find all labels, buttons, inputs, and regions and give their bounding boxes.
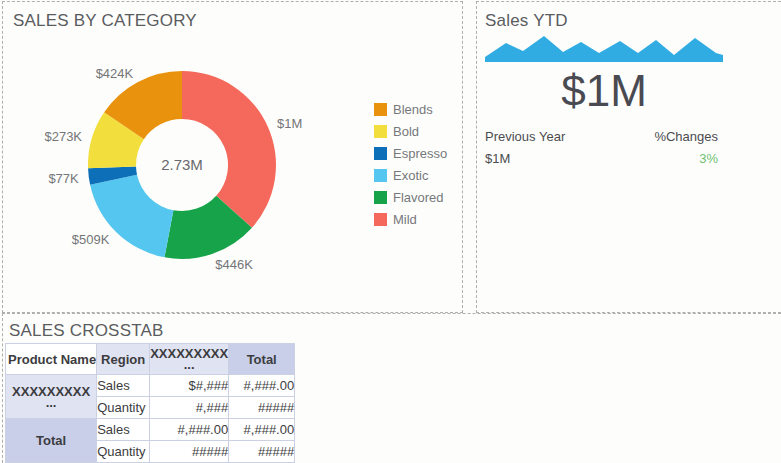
measure-label: Quantity <box>97 441 150 463</box>
sales-ytd-title: Sales YTD <box>485 11 568 31</box>
cell-total-quantity: ##### <box>229 397 295 419</box>
donut-slice-mild[interactable] <box>182 71 276 228</box>
legend-label: Espresso <box>393 147 447 160</box>
measure-label: Sales <box>97 419 150 441</box>
donut-label-blends: $424K <box>96 66 134 81</box>
cell-grandtotal-member-sales: #,###.00 <box>150 419 229 441</box>
col-header-region: Region <box>97 344 150 375</box>
donut-center-total: 2.73M <box>161 156 203 173</box>
donut-label-espresso: $77K <box>48 171 79 186</box>
legend-label: Mild <box>393 213 417 226</box>
pct-changes-label: %Changes <box>654 129 718 144</box>
legend-label: Blends <box>393 103 433 116</box>
previous-year-value: $1M <box>485 151 510 166</box>
donut-legend: BlendsBoldEspressoExoticFlavoredMild <box>374 103 447 226</box>
donut-label-mild: $1M <box>277 116 302 131</box>
cell-member-quantity: #,### <box>150 397 229 419</box>
legend-label: Bold <box>393 125 419 138</box>
crosstab-table: Product Name Region XXXXXXXXX ... Total … <box>5 343 295 463</box>
legend-item-blends[interactable]: Blends <box>374 103 447 116</box>
sales-ytd-big-value: $1M <box>485 66 723 116</box>
kpi-values-row: $1M 3% <box>485 151 718 166</box>
donut-label-bold: $273K <box>44 129 82 144</box>
donut-label-exotic: $509K <box>72 232 110 247</box>
legend-swatch-icon <box>374 169 387 182</box>
legend-label: Exotic <box>393 169 428 182</box>
kpi-labels-row: Previous Year %Changes <box>485 129 718 144</box>
panel-sales-by-category: SALES BY CATEGORY $1M$446K$509K$77K$273K… <box>2 1 463 313</box>
cell-grandtotal-total-quantity: ##### <box>229 441 295 463</box>
col-header-product-name: Product Name <box>6 344 97 375</box>
sales-ytd-sparkline <box>485 35 723 63</box>
panel-sales-crosstab: SALES CROSSTAB Product Name Region XXXXX… <box>2 313 781 463</box>
legend-swatch-icon <box>374 125 387 138</box>
col-header-member: XXXXXXXXX ... <box>150 344 229 375</box>
legend-item-espresso[interactable]: Espresso <box>374 147 447 160</box>
cell-grandtotal-total-sales: #,###.00 <box>229 419 295 441</box>
sales-crosstab-title: SALES CROSSTAB <box>9 321 164 341</box>
cell-member-sales: $#,### <box>150 375 229 397</box>
legend-item-exotic[interactable]: Exotic <box>374 169 447 182</box>
legend-swatch-icon <box>374 191 387 204</box>
crosstab-row: Total Sales #,###.00 #,###.00 <box>6 419 295 441</box>
legend-item-flavored[interactable]: Flavored <box>374 191 447 204</box>
row-header-grand-total: Total <box>6 419 97 463</box>
previous-year-label: Previous Year <box>485 129 565 144</box>
col-header-total: Total <box>229 344 295 375</box>
row-header-member-more: ... <box>6 399 96 410</box>
crosstab-header-row: Product Name Region XXXXXXXXX ... Total <box>6 344 295 375</box>
pct-changes-value: 3% <box>699 151 718 166</box>
legend-item-mild[interactable]: Mild <box>374 213 447 226</box>
panel-sales-ytd: Sales YTD $1M Previous Year %Changes $1M… <box>476 1 781 313</box>
donut-label-flavored: $446K <box>215 257 253 272</box>
row-header-product-member: XXXXXXXXX ... <box>6 375 97 419</box>
sparkline-area <box>485 36 723 62</box>
legend-swatch-icon <box>374 147 387 160</box>
crosstab-row: XXXXXXXXX ... Sales $#,### #,###.00 <box>6 375 295 397</box>
measure-label: Quantity <box>97 397 150 419</box>
legend-swatch-icon <box>374 213 387 226</box>
cell-total-sales: #,###.00 <box>229 375 295 397</box>
legend-swatch-icon <box>374 103 387 116</box>
measure-label: Sales <box>97 375 150 397</box>
cell-grandtotal-member-quantity: ##### <box>150 441 229 463</box>
col-header-member-more: ... <box>150 361 228 372</box>
legend-label: Flavored <box>393 191 444 204</box>
legend-item-bold[interactable]: Bold <box>374 125 447 138</box>
